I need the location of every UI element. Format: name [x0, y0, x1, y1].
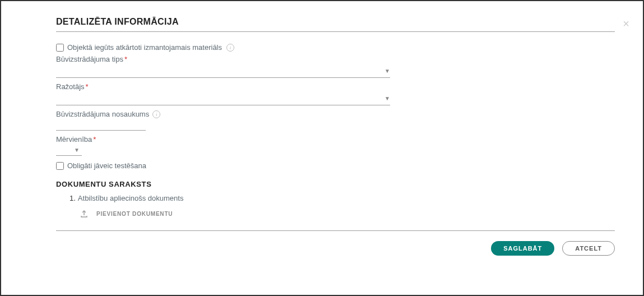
modal-body: DETALIZĒTA INFORMĀCIJA Objektā iegūts at… [1, 1, 643, 267]
unit-label: Mērvienība* [56, 135, 615, 144]
cancel-button[interactable]: ATCELT [562, 241, 615, 256]
required-asterisk: * [124, 55, 127, 63]
modal-title: DETALIZĒTA INFORMĀCIJA [56, 17, 615, 32]
product-name-label: Būvizstrādājuma nosaukums i [56, 110, 615, 118]
upload-document-label: PIEVIENOT DOKUMENTU [96, 211, 173, 217]
product-name-input[interactable] [56, 119, 146, 131]
save-button[interactable]: SAGLABĀT [491, 241, 554, 256]
product-type-label-text: Būvizstrādājuma tips [56, 55, 123, 63]
footer-divider [56, 230, 615, 231]
manufacturer-label: Ražotājs* [56, 82, 615, 91]
action-bar: SAGLABĀT ATCELT [56, 241, 615, 256]
document-item-label: Atbilstību apliecinošs dokuments [78, 194, 184, 202]
testing-row: Obligāti jāveic testēšana [56, 161, 615, 170]
documents-heading: DOKUMENTU SARAKSTS [56, 180, 615, 188]
manufacturer-select[interactable]: ▼ [56, 92, 390, 105]
upload-icon [80, 209, 89, 218]
recycled-material-label: Objektā iegūts atkārtoti izmantojamais m… [67, 43, 222, 52]
product-type-label: Būvizstrādājuma tips* [56, 55, 615, 63]
recycled-material-row: Objektā iegūts atkārtoti izmantojamais m… [56, 43, 615, 52]
product-type-select[interactable]: ▼ [56, 64, 390, 78]
testing-label: Obligāti jāveic testēšana [67, 161, 146, 170]
recycled-material-checkbox[interactable] [56, 44, 64, 52]
unit-label-text: Mērvienība [56, 135, 92, 144]
testing-checkbox[interactable] [56, 162, 64, 170]
document-item-number: 1. [70, 194, 76, 202]
info-icon[interactable]: i [152, 110, 160, 118]
chevron-down-icon: ▼ [384, 95, 390, 101]
required-asterisk: * [86, 82, 89, 91]
product-name-label-text: Būvizstrādājuma nosaukums [56, 110, 149, 118]
manufacturer-label-text: Ražotājs [56, 82, 85, 91]
chevron-down-icon: ▼ [74, 147, 80, 153]
chevron-down-icon: ▼ [384, 68, 390, 74]
document-list-item: 1.Atbilstību apliecinošs dokuments [70, 194, 615, 202]
upload-document-button[interactable]: PIEVIENOT DOKUMENTU [80, 209, 615, 218]
required-asterisk: * [93, 135, 96, 144]
info-icon[interactable]: i [226, 44, 234, 52]
close-icon[interactable]: × [623, 18, 629, 29]
unit-select[interactable]: ▼ [56, 145, 82, 156]
